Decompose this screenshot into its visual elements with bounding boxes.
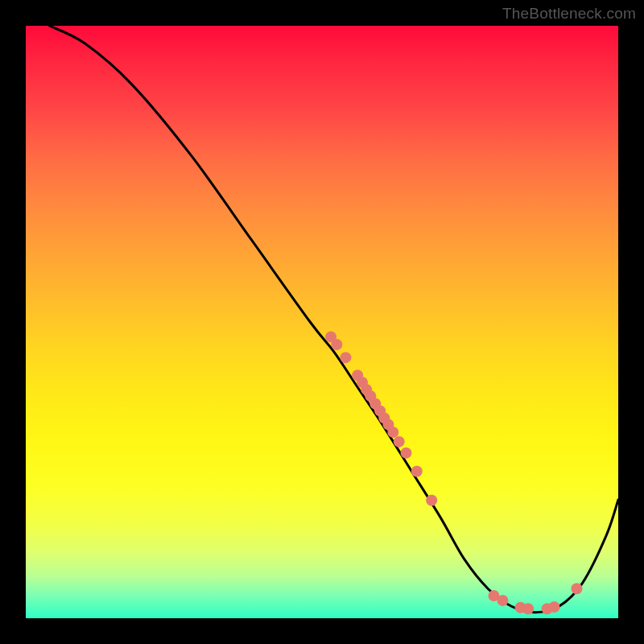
data-marker xyxy=(571,583,582,594)
data-marker xyxy=(497,595,508,606)
chart-container: TheBottleneck.com xyxy=(0,0,644,644)
data-marker xyxy=(411,465,423,477)
data-marker xyxy=(331,339,342,350)
data-marker xyxy=(394,436,405,448)
marker-group xyxy=(325,331,582,614)
curve-group xyxy=(49,26,618,613)
data-marker xyxy=(401,448,412,459)
data-marker xyxy=(549,601,560,613)
chart-svg xyxy=(26,26,618,618)
data-marker xyxy=(426,495,437,506)
watermark-text: TheBottleneck.com xyxy=(502,5,636,23)
plot-area xyxy=(26,26,618,618)
data-marker xyxy=(340,352,351,363)
data-marker xyxy=(387,427,398,438)
bottleneck-curve xyxy=(49,26,618,613)
data-marker xyxy=(522,603,534,614)
